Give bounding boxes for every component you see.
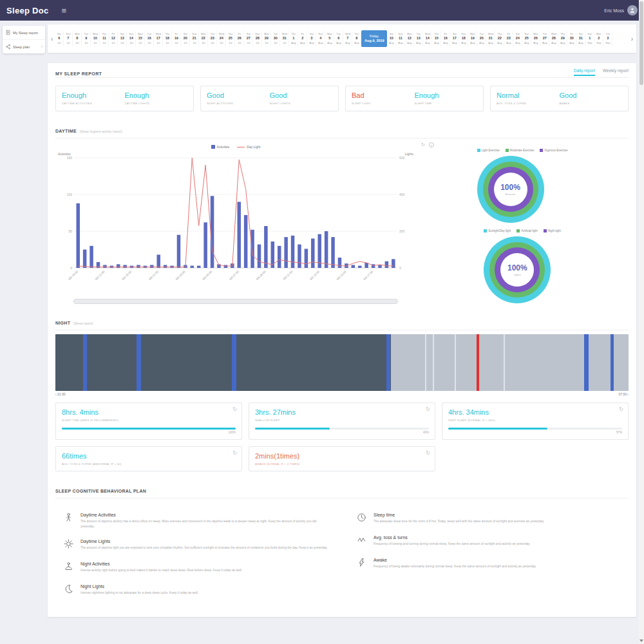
date-cell[interactable]: Fri23Aug xyxy=(504,31,513,46)
date-cell[interactable]: Fri2Aug xyxy=(298,31,307,46)
next-dates-arrow[interactable]: › xyxy=(629,35,635,43)
date-cell[interactable]: Fri16Aug xyxy=(441,31,450,46)
chart-zoom-scrollbar[interactable] xyxy=(73,299,398,304)
date-cell[interactable]: Tue16Jul xyxy=(145,31,154,46)
date-cell[interactable]: Mon12Aug xyxy=(405,31,414,46)
date-cell-selected[interactable]: Friday,Aug 9, 2019 xyxy=(361,30,387,47)
hamburger-menu-icon[interactable]: ≡ xyxy=(62,6,67,15)
date-cell[interactable]: Sat20Jul xyxy=(181,31,190,46)
tab-weekly-report[interactable]: Weekly report xyxy=(603,68,629,76)
date-cell[interactable]: Tue23Jul xyxy=(208,31,217,46)
sidebar-item-my-sleep-report[interactable]: My Sleep report xyxy=(3,26,45,40)
scrollbar-thumb[interactable] xyxy=(639,1,643,85)
date-cell[interactable]: Fri30Aug xyxy=(567,31,576,46)
refresh-icon[interactable]: ↻ xyxy=(421,142,425,147)
date-cell[interactable]: Wed24Jul xyxy=(217,31,226,46)
date-cell[interactable]: Mon26Aug xyxy=(531,31,540,46)
date-cell[interactable]: Sat24Aug xyxy=(513,31,522,46)
date-cell[interactable]: Sun28Jul xyxy=(253,31,262,46)
date-cell[interactable]: Thu11Jul xyxy=(100,31,109,46)
date-day: 24 xyxy=(217,36,225,41)
date-cell[interactable]: Thu22Aug xyxy=(495,31,504,46)
date-cell[interactable]: Sun4Aug xyxy=(316,31,325,46)
date-month: Aug xyxy=(558,41,567,45)
date-cell[interactable]: Fri26Jul xyxy=(235,31,244,46)
date-day: 20 xyxy=(477,36,486,41)
date-cell[interactable]: Wed28Aug xyxy=(549,31,558,46)
date-cell[interactable]: Wed31Jul xyxy=(280,31,289,46)
svg-text:8/9 13:00: 8/9 13:00 xyxy=(309,270,320,281)
summary-value: Good xyxy=(270,91,333,99)
plan-item-title: Daytime Lights xyxy=(80,539,329,544)
date-cell[interactable]: Tue20Aug xyxy=(477,31,486,46)
date-cell[interactable]: Wed14Aug xyxy=(423,31,432,46)
date-cell[interactable]: Wed10Jul xyxy=(91,31,100,46)
refresh-icon[interactable]: ↻ xyxy=(619,406,623,412)
refresh-icon[interactable]: ↻ xyxy=(232,406,237,412)
date-month: Aug xyxy=(504,41,513,45)
date-cell[interactable]: Tue30Jul xyxy=(271,31,280,46)
date-cell[interactable]: Tue13Aug xyxy=(414,31,423,46)
date-cell[interactable]: Sun7Jul xyxy=(64,31,73,46)
summary-card: BadSLEEP LIGHTEnoughSLEEP TIME xyxy=(345,86,484,111)
date-cell[interactable]: Sat17Aug xyxy=(450,31,459,46)
info-icon[interactable]: i xyxy=(429,142,434,147)
date-cell[interactable]: Tue27Aug xyxy=(540,31,549,46)
date-cell[interactable]: Sun1Sep xyxy=(585,31,594,46)
page-scrollbar[interactable] xyxy=(639,0,644,644)
date-cell[interactable]: Thu8Aug xyxy=(352,31,361,46)
refresh-icon[interactable]: ↻ xyxy=(426,406,430,412)
prev-dates-arrow[interactable]: ‹ xyxy=(49,35,55,43)
date-cell[interactable]: Sun11Aug xyxy=(396,31,405,46)
date-day: 6 xyxy=(55,36,63,41)
date-cell[interactable]: Tue9Jul xyxy=(82,31,91,46)
date-cell[interactable]: Mon19Aug xyxy=(468,31,477,46)
date-cell[interactable]: Thu18Jul xyxy=(163,31,172,46)
date-cell[interactable]: Sun21Jul xyxy=(190,31,199,46)
date-cell[interactable]: Fri19Jul xyxy=(172,31,181,46)
date-cell[interactable]: Sat13Jul xyxy=(118,31,127,46)
tab-daily-report[interactable]: Daily report xyxy=(574,68,595,76)
date-cell[interactable]: Sat10Aug xyxy=(387,31,396,46)
stat-card-avg-toss-turns-abnormal-if-60: ↻66timesAVG. TOSS & TURNS (ABNORMAL IF >… xyxy=(55,446,242,471)
date-day: 17 xyxy=(450,36,459,41)
date-cell[interactable]: Thu1Aug xyxy=(289,31,298,46)
date-cell[interactable]: Sat3Aug xyxy=(307,31,316,46)
scrollbar-down-arrow[interactable] xyxy=(639,639,643,642)
date-cell[interactable]: Wed17Jul xyxy=(154,31,163,46)
stat-label: SLEEP TIME (8HRS IS RECOMMENDED) xyxy=(62,419,236,422)
stat-label: AWAKE (NORMAL IF < 3 TIMES) xyxy=(255,462,429,466)
date-month: Jul xyxy=(226,41,234,45)
date-day: 24 xyxy=(513,36,522,41)
date-cell[interactable]: Thu25Jul xyxy=(226,31,235,46)
date-cell[interactable]: Tue3Sep xyxy=(603,31,612,46)
date-cell[interactable]: Mon8Jul xyxy=(73,31,82,46)
date-cell[interactable]: Sat6Jul xyxy=(55,31,64,46)
date-day: 3 xyxy=(603,36,612,41)
date-cell[interactable]: Tue6Aug xyxy=(334,31,343,46)
date-cell[interactable]: Sat31Aug xyxy=(576,31,585,46)
date-cell[interactable]: Sun25Aug xyxy=(522,31,531,46)
date-month: Jul xyxy=(262,41,270,45)
date-month: Aug xyxy=(513,41,522,45)
date-cell[interactable]: Mon22Jul xyxy=(199,31,208,46)
date-cell[interactable]: Mon29Jul xyxy=(262,31,271,46)
date-cell[interactable]: Mon5Aug xyxy=(325,31,334,46)
date-cell[interactable]: Sun14Jul xyxy=(127,31,136,46)
date-cell[interactable]: Mon2Sep xyxy=(594,31,603,46)
refresh-icon[interactable]: ↻ xyxy=(232,450,237,456)
date-cell[interactable]: Wed7Aug xyxy=(343,31,352,46)
date-cell[interactable]: Sat27Jul xyxy=(244,31,253,46)
event-toss-turn xyxy=(232,334,236,391)
date-cell[interactable]: Sun18Aug xyxy=(459,31,468,46)
date-cell[interactable]: Mon15Jul xyxy=(136,31,145,46)
donut-center: 100%Lights xyxy=(500,253,534,287)
refresh-icon[interactable]: ↻ xyxy=(426,450,430,456)
sidebar-item-sleep-plan[interactable]: Sleep plan› xyxy=(3,40,45,53)
date-cell[interactable]: Fri12Jul xyxy=(109,31,118,46)
date-cell[interactable]: Wed21Aug xyxy=(486,31,495,46)
user-avatar[interactable] xyxy=(627,5,638,15)
progress-fill xyxy=(62,428,236,430)
date-cell[interactable]: Thu15Aug xyxy=(432,31,441,46)
date-cell[interactable]: Thu29Aug xyxy=(558,31,567,46)
